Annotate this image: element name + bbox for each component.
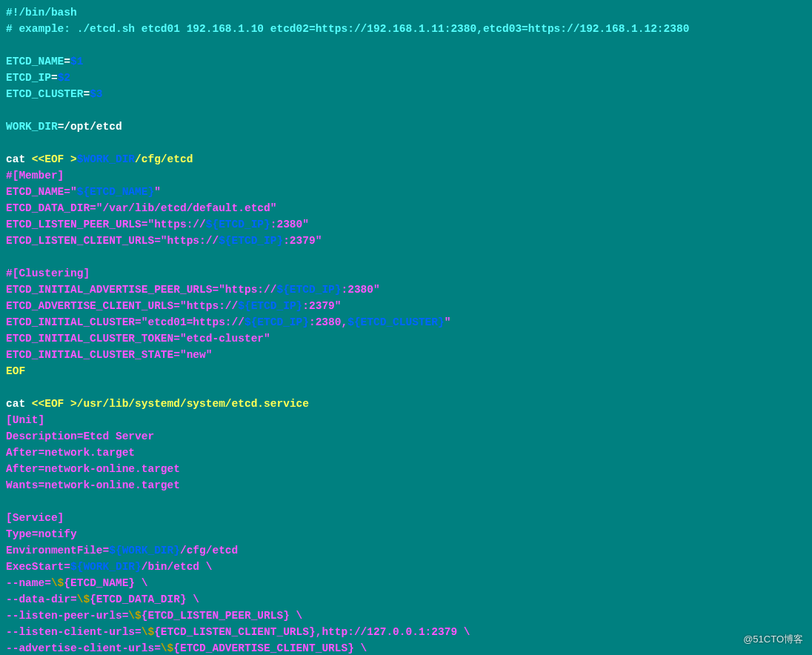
shebang-line: #!/bin/bash — [6, 7, 77, 19]
var-name: ETCD_NAME — [6, 56, 64, 67]
escape-seq: \$ — [77, 594, 90, 605]
heredoc-line: ETCD_INITIAL_ADVERTISE_PEER_URLS="https:… — [6, 284, 276, 296]
var-name: WORK_DIR — [6, 121, 58, 133]
heredoc-line: After=network.target — [6, 447, 135, 459]
heredoc-start: <<EOF > — [32, 398, 77, 410]
var-name: ETCD_IP — [6, 72, 51, 84]
variable-ref: ${ETCD_IP} — [219, 235, 283, 247]
heredoc-line: ETCD_INITIAL_CLUSTER_TOKEN="etcd-cluster… — [6, 333, 270, 345]
heredoc-line: [Service] — [6, 512, 64, 524]
variable-ref: ${WORK_DIR} — [109, 545, 180, 556]
heredoc-line: ETCD_NAME=" — [6, 186, 77, 198]
watermark-label: @51CTO博客 — [743, 631, 803, 648]
comment-line: # example: ./etcd.sh etcd01 192.168.1.10… — [6, 23, 689, 35]
heredoc-line: --listen-client-urls= — [6, 626, 142, 638]
heredoc-line: EnvironmentFile= — [6, 545, 109, 556]
escape-seq: \$ — [51, 577, 64, 589]
heredoc-line: ETCD_INITIAL_CLUSTER="etcd01=https:// — [6, 316, 244, 328]
heredoc-line: ETCD_LISTEN_CLIENT_URLS="https:// — [6, 235, 219, 247]
variable-ref: ${WORK_DIR} — [70, 561, 142, 573]
heredoc-line: Description=Etcd Server — [6, 430, 154, 442]
heredoc-line: --advertise-client-urls= — [6, 642, 161, 654]
variable-ref: ${ETCD_IP} — [276, 284, 341, 296]
escape-seq: \$ — [161, 642, 173, 654]
heredoc-line: ETCD_DATA_DIR="/var/lib/etcd/default.etc… — [6, 202, 276, 214]
variable-ref: ${ETCD_CLUSTER} — [347, 316, 445, 328]
heredoc-line: Type=notify — [6, 528, 77, 540]
var-value: $2 — [58, 72, 70, 84]
heredoc-line: ExecStart= — [6, 561, 70, 573]
var-value: $3 — [90, 88, 102, 100]
cat-cmd: cat — [6, 398, 32, 410]
heredoc-line: --name= — [6, 577, 51, 589]
code-block: #!/bin/bash # example: ./etcd.sh etcd01 … — [0, 0, 812, 655]
escape-seq: \$ — [142, 626, 154, 638]
var-value: /opt/etcd — [64, 121, 122, 133]
heredoc-line: ETCD_LISTEN_PEER_URLS="https:// — [6, 219, 206, 230]
heredoc-line: #[Member] — [6, 170, 64, 182]
variable-ref: ${ETCD_IP} — [244, 316, 309, 328]
variable-ref: ${ETCD_IP} — [206, 219, 270, 230]
cat-cmd: cat — [6, 153, 32, 165]
heredoc-line: ETCD_ADVERTISE_CLIENT_URLS="https:// — [6, 300, 238, 312]
var-value: $1 — [70, 56, 83, 67]
heredoc-line: --data-dir= — [6, 594, 77, 605]
var-name: ETCD_CLUSTER — [6, 88, 83, 100]
heredoc-line: [Unit] — [6, 414, 44, 426]
heredoc-end: EOF — [6, 365, 25, 377]
variable-ref: $WORK_DIR — [77, 153, 135, 165]
heredoc-line: After=network-online.target — [6, 463, 180, 475]
escape-seq: \$ — [128, 610, 141, 622]
heredoc-line: --listen-peer-urls= — [6, 610, 128, 622]
variable-ref: ${ETCD_IP} — [238, 300, 302, 312]
heredoc-line: ETCD_INITIAL_CLUSTER_STATE="new" — [6, 349, 212, 361]
heredoc-line: Wants=network-online.target — [6, 479, 180, 491]
heredoc-start: <<EOF > — [32, 153, 77, 165]
heredoc-line: #[Clustering] — [6, 267, 90, 279]
variable-ref: ${ETCD_NAME} — [77, 186, 154, 198]
